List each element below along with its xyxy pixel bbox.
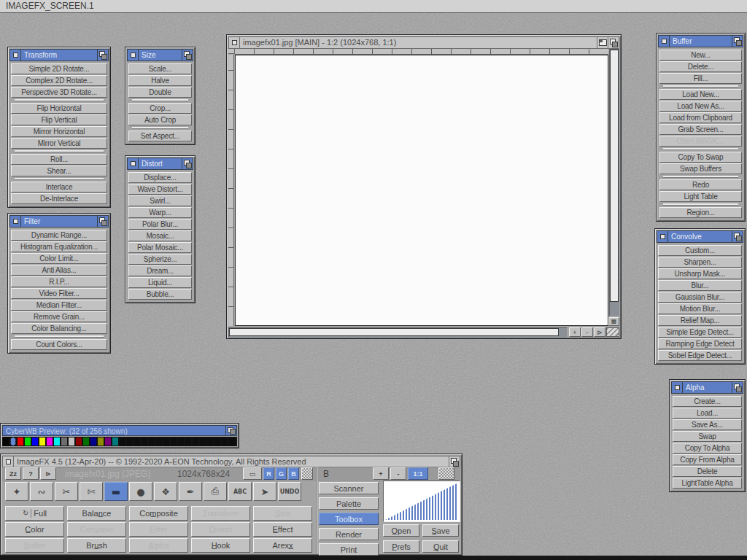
panel-button[interactable]: Mirror Vertical bbox=[11, 138, 107, 149]
panel-button[interactable]: Complex 2D Rotate... bbox=[11, 75, 107, 86]
color-swatch[interactable] bbox=[18, 438, 23, 446]
color-swatch[interactable] bbox=[61, 438, 67, 446]
scanner-button[interactable]: Scanner bbox=[319, 482, 379, 494]
panel-button[interactable]: Open MAGIC... bbox=[659, 136, 742, 147]
airbrush-tool-button[interactable]: ➤ bbox=[253, 482, 276, 501]
panel-button[interactable]: Polar Mosaic... bbox=[128, 242, 192, 253]
channel-button[interactable]: R bbox=[263, 467, 274, 480]
size-button[interactable]: S̲ize bbox=[253, 506, 312, 521]
panel-button[interactable]: Median Filter... bbox=[11, 300, 107, 311]
panel-button[interactable]: Simple Edge Detect... bbox=[658, 327, 742, 338]
color-swatch[interactable] bbox=[3, 438, 9, 446]
iconify-button[interactable]: Zz bbox=[5, 467, 21, 480]
color-swatch[interactable] bbox=[83, 438, 89, 446]
window-titlebar[interactable]: Buffer bbox=[658, 35, 743, 47]
channel-button[interactable]: G bbox=[276, 467, 287, 480]
color-swatch[interactable] bbox=[156, 438, 162, 446]
panel-button[interactable]: Sharpen... bbox=[658, 257, 742, 268]
panel-button[interactable]: Relief Map... bbox=[658, 315, 742, 326]
brush-tool-button[interactable]: ❖ bbox=[154, 482, 177, 501]
color-swatch[interactable] bbox=[98, 438, 104, 446]
expand-view-button[interactable]: ⊳ bbox=[594, 327, 605, 337]
prefs-button[interactable]: P̲refs bbox=[383, 540, 419, 553]
color-swatch[interactable] bbox=[76, 438, 82, 446]
depth-icon[interactable] bbox=[182, 158, 193, 169]
print-button[interactable]: Print bbox=[319, 543, 379, 556]
panel-button[interactable]: Blur... bbox=[658, 280, 742, 291]
panel-button[interactable]: Count Colors... bbox=[11, 339, 107, 350]
panel-button[interactable]: Sobel Edge Detect... bbox=[658, 350, 742, 361]
arexx-button[interactable]: Arexx̲ bbox=[253, 538, 312, 553]
filter-button[interactable]: F̲ilter bbox=[129, 522, 188, 537]
window-titlebar[interactable]: Transform bbox=[9, 49, 109, 61]
panel-button[interactable]: Swap Buffers bbox=[659, 163, 742, 174]
panel-button[interactable]: Video Filter... bbox=[11, 288, 107, 299]
panel-button[interactable]: Flip Vertical bbox=[11, 114, 107, 125]
quit-button[interactable]: Q̲uit bbox=[422, 540, 459, 553]
color-swatch[interactable] bbox=[142, 438, 147, 446]
panel-button[interactable]: Simple 2D Rotate... bbox=[11, 63, 107, 74]
gradient-preview[interactable] bbox=[383, 481, 460, 522]
panel-button[interactable]: Load New As... bbox=[659, 101, 742, 112]
help-button[interactable]: ? bbox=[23, 467, 39, 480]
balance-button[interactable]: Balan̲ce bbox=[67, 506, 126, 521]
render-button[interactable]: Render bbox=[319, 528, 379, 540]
resize-handle[interactable] bbox=[606, 327, 619, 337]
depth-icon[interactable] bbox=[732, 36, 743, 47]
depth-icon[interactable] bbox=[449, 456, 460, 467]
alpha-channel-button[interactable] bbox=[301, 467, 313, 480]
full-view-button[interactable]: ↻Full bbox=[5, 506, 64, 521]
panel-button[interactable]: Crop... bbox=[128, 103, 192, 114]
pointer-tool-button[interactable]: ✦ bbox=[5, 482, 28, 501]
distort-button[interactable]: D̲istort bbox=[191, 522, 250, 537]
view-zoom-out-button[interactable]: - bbox=[390, 467, 406, 480]
alpha-button[interactable]: A̲lpha bbox=[129, 538, 188, 553]
panel-button[interactable]: Mirror Horizontal bbox=[11, 126, 107, 137]
convolve-button[interactable]: Conv̲olve bbox=[67, 522, 126, 537]
panel-button[interactable]: Double bbox=[128, 87, 192, 98]
panel-button[interactable]: Interlace bbox=[11, 182, 107, 192]
window-titlebar[interactable]: Distort bbox=[127, 158, 193, 170]
color-swatch[interactable] bbox=[163, 438, 169, 446]
color-swatch[interactable] bbox=[200, 438, 206, 446]
screen-titlebar[interactable]: IMAGEFX_SCREEN.1 bbox=[0, 0, 747, 13]
close-icon[interactable] bbox=[128, 158, 139, 169]
depth-icon[interactable] bbox=[732, 231, 743, 242]
panel-button[interactable]: Halve bbox=[128, 75, 192, 86]
panel-button[interactable]: Perspective 3D Rotate... bbox=[11, 87, 107, 98]
panel-button[interactable]: Redo bbox=[659, 179, 742, 190]
panel-button[interactable]: Roll... bbox=[11, 154, 107, 165]
color-swatch[interactable] bbox=[178, 438, 184, 446]
color-swatch[interactable] bbox=[105, 438, 111, 446]
horizontal-scroll-thumb[interactable] bbox=[229, 328, 559, 336]
image-canvas[interactable] bbox=[235, 55, 608, 326]
panel-button[interactable]: LightTable Alpha bbox=[673, 478, 742, 489]
color-swatch[interactable] bbox=[54, 438, 60, 446]
open-button[interactable]: O̲pen bbox=[383, 524, 419, 537]
panel-button[interactable]: Ramping Edge Detect bbox=[658, 338, 742, 349]
panel-button[interactable]: Swap bbox=[673, 431, 742, 442]
color-swatch[interactable] bbox=[90, 438, 96, 446]
window-titlebar[interactable]: Filter bbox=[9, 215, 109, 228]
panel-button[interactable]: Dream... bbox=[128, 265, 192, 276]
view-zoom-in-button[interactable]: + bbox=[373, 467, 389, 480]
channel-button[interactable]: B bbox=[288, 467, 299, 480]
palette-titlebar[interactable]: CyberWB Preview: (32 of 256 shown) bbox=[2, 425, 237, 436]
color-swatch[interactable] bbox=[229, 438, 235, 446]
close-icon[interactable] bbox=[10, 216, 21, 227]
panel-button[interactable]: Swirl... bbox=[128, 195, 192, 206]
panel-button[interactable]: Load from Clipboard bbox=[659, 112, 742, 123]
box-select-tool-button[interactable]: ▬ bbox=[104, 482, 128, 501]
horizontal-scrollbar[interactable] bbox=[228, 327, 567, 337]
panel-button[interactable]: Color Limit... bbox=[11, 253, 107, 264]
panel-button[interactable]: Delete bbox=[673, 466, 742, 477]
panel-button[interactable]: R.I.P... bbox=[11, 276, 107, 287]
vertical-scrollbar[interactable] bbox=[609, 49, 619, 316]
color-swatch[interactable] bbox=[47, 438, 53, 446]
close-icon[interactable] bbox=[3, 456, 14, 467]
pen-tool-button[interactable]: ✒ bbox=[179, 482, 202, 501]
close-icon[interactable] bbox=[659, 36, 670, 47]
color-swatch[interactable] bbox=[171, 438, 177, 446]
scissors-cut-tool-button[interactable]: ✄ bbox=[80, 482, 103, 501]
depth-icon[interactable] bbox=[97, 50, 108, 61]
